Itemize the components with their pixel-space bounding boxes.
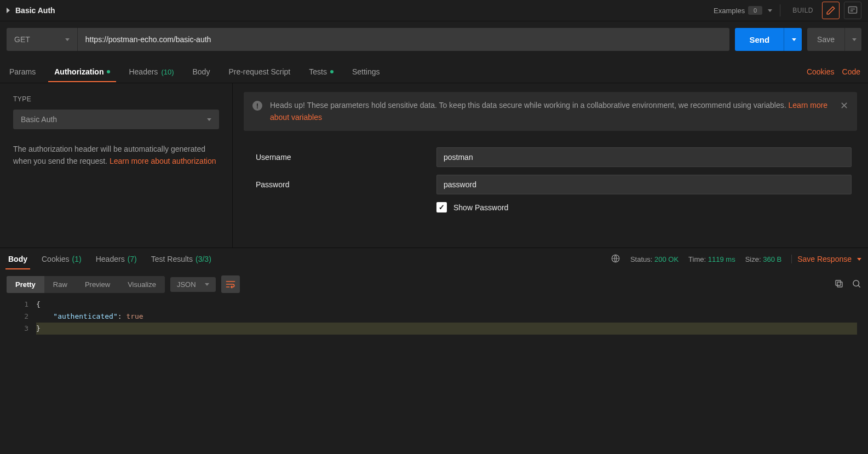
tab-count: (10) — [161, 68, 174, 76]
tab-authorization[interactable]: Authorization — [53, 62, 112, 82]
resp-tab-headers[interactable]: Headers (7) — [94, 249, 139, 269]
time-value: 1119 ms — [708, 255, 735, 263]
chevron-down-icon — [792, 38, 796, 41]
examples-dropdown[interactable]: Examples 0 — [714, 6, 772, 15]
size-value: 360 B — [763, 255, 781, 263]
tab-prerequest[interactable]: Pre-request Script — [227, 62, 292, 82]
globe-icon[interactable] — [611, 254, 620, 265]
chevron-down-icon — [207, 118, 211, 121]
status-value: 200 OK — [654, 255, 679, 263]
tab-params[interactable]: Params — [8, 62, 37, 82]
code-text: true — [126, 312, 143, 320]
code-link[interactable]: Code — [842, 67, 860, 76]
tab-settings[interactable]: Settings — [350, 62, 382, 82]
tab-count: (3/3) — [196, 255, 211, 263]
chevron-down-icon — [65, 38, 70, 41]
status-dot-icon — [330, 70, 334, 73]
method-value: GET — [14, 35, 30, 44]
tab-label: Tests — [309, 67, 327, 76]
warning-text: Heads up! These parameters hold sensitiv… — [270, 101, 789, 110]
line-number: 2 — [7, 311, 28, 323]
password-label: Password — [256, 180, 436, 189]
line-gutter: 1 2 3 — [7, 298, 36, 454]
request-name[interactable]: Basic Auth — [15, 6, 55, 15]
url-input[interactable]: https://postman-echo.com/basic-auth — [78, 28, 730, 51]
tab-label: Params — [9, 67, 36, 76]
resp-tab-body[interactable]: Body — [7, 249, 29, 269]
type-label: TYPE — [13, 95, 219, 103]
chevron-down-icon — [857, 258, 861, 261]
tab-headers[interactable]: Headers (10) — [127, 62, 175, 82]
examples-count: 0 — [748, 6, 762, 15]
response-body-toolbar: Pretty Raw Preview Visualize JSON — [0, 270, 868, 298]
username-label: Username — [256, 153, 436, 162]
wrap-lines-button[interactable] — [221, 275, 240, 293]
tab-body[interactable]: Body — [191, 62, 212, 82]
body-format-select[interactable]: JSON — [170, 277, 216, 292]
tab-label: Body — [8, 255, 27, 263]
code-text: } — [36, 324, 41, 332]
http-method-select[interactable]: GET — [7, 28, 78, 51]
cookies-link[interactable]: Cookies — [807, 67, 835, 76]
format-value: JSON — [177, 280, 196, 289]
request-titlebar: Basic Auth Examples 0 BUILD — [0, 0, 868, 21]
request-tabs: Params Authorization Headers (10) Body P… — [0, 61, 868, 83]
save-response-dropdown[interactable]: Save Response — [791, 255, 861, 263]
show-password-label: Show Password — [453, 203, 508, 212]
tab-label: Pre-request Script — [228, 67, 290, 76]
view-pretty[interactable]: Pretty — [7, 276, 44, 293]
learn-more-auth-link[interactable]: Learn more about authorization — [110, 157, 216, 165]
auth-type-value: Basic Auth — [21, 115, 57, 124]
line-number: 1 — [7, 298, 28, 311]
svg-rect-0 — [849, 7, 857, 13]
tab-count: (7) — [128, 255, 137, 263]
code-text: { — [36, 300, 41, 308]
auth-form: Username Password ✓ Show Password — [244, 147, 857, 212]
auth-help-text: The authorization header will be automat… — [13, 143, 219, 167]
build-label[interactable]: BUILD — [788, 7, 818, 14]
tab-tests[interactable]: Tests — [307, 62, 335, 82]
response-body-editor[interactable]: 1 2 3 { "authenticated": true } — [0, 298, 868, 454]
username-input[interactable] — [436, 147, 852, 167]
tab-count: (1) — [72, 255, 82, 263]
url-value: https://postman-echo.com/basic-auth — [85, 35, 211, 44]
send-button[interactable]: Send — [735, 28, 784, 51]
resp-tab-cookies[interactable]: Cookies (1) — [40, 249, 83, 269]
tab-label: Headers — [96, 255, 125, 263]
password-input[interactable] — [436, 175, 852, 194]
chevron-down-icon — [852, 38, 856, 41]
svg-point-4 — [853, 280, 859, 286]
view-preview[interactable]: Preview — [76, 276, 119, 293]
auth-left-panel: TYPE Basic Auth The authorization header… — [0, 83, 233, 248]
status-key: Status: — [630, 255, 652, 263]
view-visualize[interactable]: Visualize — [119, 276, 165, 293]
svg-rect-2 — [837, 282, 842, 287]
resp-tab-tests[interactable]: Test Results (3/3) — [150, 249, 213, 269]
warning-message: Heads up! These parameters hold sensitiv… — [270, 100, 831, 123]
examples-label: Examples — [714, 7, 745, 15]
search-icon[interactable] — [852, 279, 861, 290]
divider — [780, 4, 780, 16]
body-view-segmented: Pretty Raw Preview Visualize — [7, 276, 165, 293]
show-password-checkbox[interactable]: ✓ — [436, 202, 447, 212]
svg-rect-3 — [836, 280, 841, 285]
request-body: TYPE Basic Auth The authorization header… — [0, 83, 868, 248]
tab-label: Body — [193, 67, 210, 76]
edit-icon[interactable] — [822, 2, 840, 19]
send-options-button[interactable] — [784, 28, 802, 51]
line-number: 3 — [7, 323, 28, 335]
info-icon: ! — [252, 101, 262, 111]
code-text: : — [118, 312, 127, 320]
close-icon[interactable]: ✕ — [838, 100, 849, 112]
chevron-right-icon[interactable] — [7, 8, 10, 13]
copy-icon[interactable] — [834, 279, 844, 290]
chevron-down-icon — [768, 9, 772, 12]
tab-label: Test Results — [151, 255, 193, 263]
save-button[interactable]: Save — [807, 28, 844, 51]
auth-type-select[interactable]: Basic Auth — [13, 110, 219, 129]
view-raw[interactable]: Raw — [44, 276, 76, 293]
comment-icon[interactable] — [844, 2, 861, 19]
tab-label: Authorization — [54, 67, 104, 76]
tab-label: Headers — [129, 67, 158, 76]
save-options-button[interactable] — [844, 28, 861, 51]
